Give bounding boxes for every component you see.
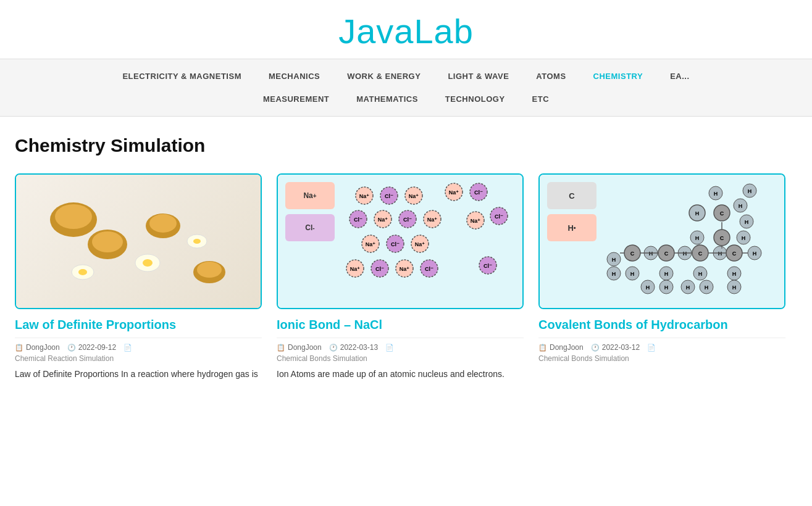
nav-item-ea[interactable]: EA...	[656, 68, 703, 85]
na-box: Na +	[285, 182, 335, 209]
card-author-1: 📋 DongJoon	[15, 343, 60, 352]
svg-text:H: H	[664, 271, 669, 277]
hydrocarbon-svg: H H H C H H	[601, 182, 774, 299]
svg-point-1	[55, 204, 92, 229]
svg-point-11	[197, 262, 222, 278]
main-content: Chemistry Simulation	[0, 117, 812, 405]
svg-text:Na⁺: Na⁺	[409, 193, 419, 199]
c-box: C	[547, 182, 596, 209]
svg-text:H: H	[646, 284, 650, 291]
svg-text:Cl⁻: Cl⁻	[495, 214, 503, 220]
card2-illustration: Na + Cl - Na⁺ Cl⁻ Na⁺	[278, 175, 522, 308]
svg-text:C: C	[732, 251, 737, 257]
clock-icon-3: 🕐	[591, 344, 600, 352]
navigation: ELECTRICITY & MAGNETISM MECHANICS WORK &…	[0, 59, 812, 117]
nav-item-technology[interactable]: TECHNOLOGY	[432, 91, 519, 107]
svg-text:H: H	[705, 284, 709, 291]
nav-item-chemistry[interactable]: CHEMISTRY	[580, 68, 657, 85]
folder-icon-1: 📄	[123, 344, 132, 352]
svg-text:Cl⁻: Cl⁻	[425, 266, 433, 272]
h-box: H •	[547, 214, 596, 241]
cards-grid: Law of Definite Proportions 📋 DongJoon 🕐…	[15, 173, 797, 381]
svg-text:H: H	[745, 219, 749, 225]
svg-text:H: H	[739, 203, 743, 209]
nav-item-mechanics[interactable]: MECHANICS	[255, 68, 333, 85]
svg-text:Cl⁻: Cl⁻	[354, 217, 362, 223]
cl-box: Cl -	[285, 214, 335, 241]
svg-point-7	[143, 259, 153, 267]
svg-text:Na⁺: Na⁺	[359, 193, 370, 199]
site-title: JavaLab	[0, 11, 812, 51]
svg-text:Na⁺: Na⁺	[366, 241, 376, 247]
svg-text:Na⁺: Na⁺	[449, 189, 459, 196]
clock-icon-2: 🕐	[329, 344, 338, 352]
svg-text:C: C	[630, 251, 635, 257]
svg-text:H: H	[732, 271, 737, 277]
card-title-3[interactable]: Covalent Bonds of Hydrocarbon	[538, 317, 785, 333]
folder-icon-2: 📄	[385, 344, 394, 352]
svg-text:Cl⁻: Cl⁻	[403, 217, 412, 223]
nav-item-work-energy[interactable]: WORK & ENERGY	[333, 68, 434, 85]
svg-text:H: H	[718, 251, 722, 257]
svg-text:H: H	[695, 210, 700, 217]
card-category-1: Chemical Reaction Simulation	[15, 354, 262, 363]
card-meta-2: 📋 DongJoon 🕐 2022-03-13 📄	[277, 338, 524, 352]
card1-illustration	[16, 175, 261, 308]
card-meta-3: 📋 DongJoon 🕐 2022-03-12 📄	[538, 338, 785, 352]
nacl-svg: Na⁺ Cl⁻ Na⁺ Na⁺ Cl⁻ Cl⁻	[340, 182, 513, 302]
card-meta-1: 📋 DongJoon 🕐 2022-09-12 📄	[15, 338, 262, 352]
nav-item-electricity[interactable]: ELECTRICITY & MAGNETISM	[109, 68, 255, 85]
svg-text:Na⁺: Na⁺	[378, 217, 388, 223]
nav-item-mathematics[interactable]: MATHEMATICS	[343, 91, 432, 107]
svg-point-5	[149, 214, 177, 233]
nacl-main: Na⁺ Cl⁻ Na⁺ Na⁺ Cl⁻ Cl⁻	[340, 182, 515, 305]
user-icon-1: 📋	[15, 344, 23, 352]
card-category-3: Chemical Bonds Simulation	[538, 354, 785, 363]
card-image-3[interactable]: C H • H H H	[538, 173, 785, 309]
svg-text:C: C	[720, 235, 724, 241]
card-image-2[interactable]: Na + Cl - Na⁺ Cl⁻ Na⁺	[277, 173, 524, 309]
hydrocarbon-main: H H H C H H	[601, 182, 777, 302]
card-ionic-bond: Na + Cl - Na⁺ Cl⁻ Na⁺	[277, 173, 524, 381]
card-title-1[interactable]: Law of Definite Proportions	[15, 317, 262, 333]
user-icon-2: 📋	[277, 344, 285, 352]
svg-text:H: H	[732, 284, 737, 291]
svg-text:H: H	[695, 235, 700, 241]
card-excerpt-1: Law of Definite Proportions In a reactio…	[15, 368, 262, 381]
svg-text:Na⁺: Na⁺	[471, 218, 481, 224]
svg-text:H: H	[714, 191, 718, 197]
svg-text:Cl⁻: Cl⁻	[483, 263, 492, 269]
svg-point-3	[92, 231, 123, 252]
clock-icon-1: 🕐	[67, 344, 76, 352]
svg-text:H: H	[748, 188, 752, 194]
svg-point-13	[78, 269, 87, 275]
svg-text:H: H	[664, 284, 669, 291]
nav-row-2: MEASUREMENT MATHEMATICS TECHNOLOGY ETC	[0, 91, 812, 116]
svg-text:H: H	[612, 257, 616, 263]
svg-text:Cl⁻: Cl⁻	[391, 241, 400, 247]
card-image-1[interactable]	[15, 173, 262, 309]
svg-text:H: H	[683, 251, 687, 257]
folder-icon-3: 📄	[647, 344, 656, 352]
svg-text:Na⁺: Na⁺	[415, 241, 425, 247]
card-law-of-definite: Law of Definite Proportions 📋 DongJoon 🕐…	[15, 173, 262, 381]
svg-text:Na⁺: Na⁺	[427, 217, 438, 223]
svg-text:H: H	[742, 235, 746, 241]
svg-text:Na⁺: Na⁺	[350, 266, 361, 272]
svg-text:H: H	[686, 284, 690, 291]
nav-item-measurement[interactable]: MEASUREMENT	[249, 91, 343, 107]
nav-item-atoms[interactable]: ATOMS	[522, 68, 579, 85]
nav-row-1: ELECTRICITY & MAGNETISM MECHANICS WORK &…	[0, 59, 812, 91]
svg-text:C: C	[698, 251, 703, 257]
svg-text:Na⁺: Na⁺	[400, 266, 410, 272]
card-covalent-bonds: C H • H H H	[538, 173, 785, 368]
svg-text:H: H	[630, 271, 635, 277]
user-icon-3: 📋	[538, 344, 547, 352]
card1-svg	[27, 176, 249, 306]
svg-point-9	[193, 239, 201, 244]
nav-item-light-wave[interactable]: LIGHT & WAVE	[434, 68, 522, 85]
card-title-2[interactable]: Ionic Bond – NaCl	[277, 317, 524, 333]
nav-item-etc[interactable]: ETC	[519, 91, 563, 107]
svg-text:Cl⁻: Cl⁻	[474, 189, 483, 196]
svg-text:C: C	[664, 251, 669, 257]
